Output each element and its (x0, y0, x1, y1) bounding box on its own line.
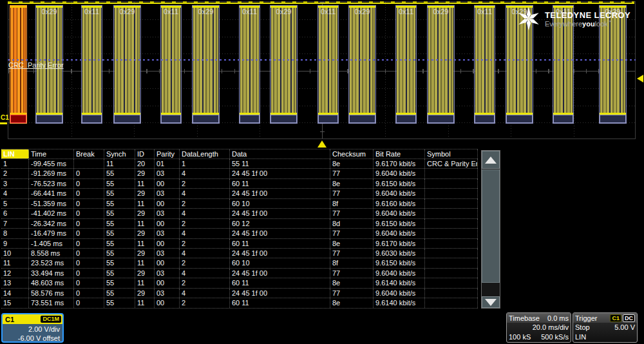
timebase-descriptor[interactable]: Timebase 0.0 ms 20.0 ms/div 100 kS 500 k… (506, 312, 571, 343)
decode-table-row[interactable]: 6-41.402 ms0552903424 45 1f 00779.6040 k… (1, 209, 478, 218)
table-cell: 24 45 1f 00 (230, 249, 330, 258)
timebase-scale: 20.0 ms/div (533, 323, 569, 332)
table-cell (425, 239, 478, 248)
channel-c1-descriptor[interactable]: C1 DC1M 2.00 V/div -6.00 V offset (1, 313, 64, 343)
table-cell: 8 (1, 229, 29, 238)
decode-table-row[interactable]: 9-1.405 ms0551100260 118e9.6170 kbit/s (1, 239, 478, 249)
table-cell: 24 45 1f 00 (230, 289, 330, 298)
decode-table-row[interactable]: 1233.494 ms0552903424 45 1f 00779.6040 k… (1, 269, 478, 278)
trigger-level-marker[interactable] (637, 75, 643, 82)
trigger-descriptor[interactable]: Trigger C1 DC Stop 5.00 V LIN (573, 312, 638, 343)
table-cell: 00 (155, 278, 180, 287)
table-cell: 55 (104, 258, 135, 267)
column-header: ID (135, 149, 155, 158)
table-cell: 0 (74, 169, 104, 178)
table-cell: 8e (330, 239, 374, 248)
table-cell (425, 199, 478, 208)
column-header: Time (29, 149, 74, 158)
table-cell: 24 45 1f 00 (230, 189, 330, 198)
decode-table-row[interactable]: 7-26.342 ms0551100260 128d9.6150 kbit/s (1, 219, 478, 229)
table-cell: 60 11 (230, 239, 330, 248)
table-cell: 9.6040 kbit/s (374, 209, 425, 218)
table-cell: 55 (104, 239, 135, 248)
decode-band (161, 115, 181, 123)
table-cell: 24 45 1f 00 (230, 269, 330, 278)
arrow-up-icon (485, 157, 497, 164)
table-cell: 60 11 (230, 179, 330, 188)
trigger-time-marker[interactable] (317, 140, 327, 148)
frame-id-label: 0x11 (161, 8, 181, 15)
frame-id-label: 0x11 (82, 8, 102, 15)
channel-c1-label: C1 (1, 114, 9, 121)
decode-table-row[interactable]: 1458.576 ms0552903424 45 1f 00779.6040 k… (1, 289, 478, 298)
column-header: Data (230, 149, 330, 158)
table-cell: 10 (1, 249, 29, 258)
decode-table-row[interactable]: 1573.551 ms0551100260 118e9.6140 kbit/s (1, 298, 478, 308)
table-cell: -91.269 ms (29, 169, 74, 178)
signal-high-edge (10, 6, 26, 8)
column-header: Symbol (425, 149, 478, 158)
decode-table-row[interactable]: 2-91.269 ms0552903424 45 1f 00779.6040 k… (1, 169, 478, 178)
table-cell: 2 (180, 179, 230, 188)
table-cell (425, 179, 478, 188)
table-cell: 55 (104, 209, 135, 218)
frame-id-label: 0x29 (114, 8, 140, 15)
table-cell: 15 (1, 298, 29, 307)
table-cell: 03 (155, 269, 180, 278)
table-cell (425, 278, 478, 287)
table-cell (425, 209, 478, 218)
channel-coupling-badge: DC1M (41, 316, 61, 323)
decode-table-row[interactable]: 3-76.523 ms0551100260 118e9.6150 kbit/s (1, 179, 478, 189)
table-cell (425, 169, 478, 178)
decode-table-row[interactable]: 1348.603 ms0551100260 118e9.6140 kbit/s (1, 278, 478, 288)
decode-table-row[interactable]: 8-16.479 ms0552903424 45 1f 00779.6040 k… (1, 229, 478, 238)
table-cell: 9.6030 kbit/s (374, 249, 425, 258)
decode-table-row[interactable]: 108.558 ms0552903424 45 1f 00779.6030 kb… (1, 249, 478, 258)
lin-frame-burst: 0x29 (427, 5, 455, 124)
table-cell: 2 (180, 199, 230, 208)
timebase-samples: 100 kS (509, 332, 541, 342)
table-cell: 0 (74, 258, 104, 267)
decode-band (506, 115, 533, 123)
table-cell: 9.6040 kbit/s (374, 289, 425, 298)
table-cell: 55 (104, 249, 135, 258)
table-cell: 2 (180, 278, 230, 287)
timebase-sampling-line: 100 kS 500 kS/s (507, 332, 571, 342)
scroll-down-button[interactable] (482, 296, 500, 308)
decode-band (270, 115, 297, 123)
decode-band (428, 115, 454, 123)
table-cell: 55 (104, 199, 135, 208)
table-cell: 29 (135, 229, 155, 238)
table-cell: 11 (135, 239, 155, 248)
table-cell: 0 (74, 298, 104, 307)
channel-offset-marker[interactable] (0, 122, 7, 124)
table-cell: 55 (104, 278, 135, 287)
table-cell: 00 (155, 298, 180, 307)
decode-table-row[interactable]: 5-51.359 ms0551100260 108f9.6160 kbit/s (1, 199, 478, 209)
scroll-up-button[interactable] (482, 151, 500, 169)
table-cell: 55 (104, 179, 135, 188)
table-cell (425, 298, 478, 307)
scrollbar-thumb[interactable] (482, 169, 500, 283)
table-cell: 4 (1, 189, 29, 198)
table-cell: 9.6140 kbit/s (374, 298, 425, 307)
table-cell: 7 (1, 219, 29, 228)
table-cell: 9.6160 kbit/s (374, 199, 425, 208)
table-cell: 0 (74, 239, 104, 248)
table-cell: 00 (155, 219, 180, 228)
decode-table-row[interactable]: 1123.523 ms0551100260 108f9.6150 kbit/s (1, 258, 478, 268)
table-cell: 8e (330, 179, 374, 188)
decode-table-row[interactable]: 4-66.441 ms0552903424 45 1f 00779.6040 k… (1, 189, 478, 198)
decode-band (553, 115, 573, 123)
table-cell: 4 (180, 249, 230, 258)
decode-table-row[interactable]: 1-99.455 ms112001155 118e9.6170 kbit/sCR… (1, 159, 478, 169)
frame-id-label: 0x11 (318, 8, 338, 15)
column-header: Checksum (330, 149, 374, 158)
table-scrollbar[interactable] (481, 150, 500, 309)
table-cell: 4 (180, 269, 230, 278)
table-cell: 55 (104, 298, 135, 307)
decode-band (36, 115, 62, 123)
lin-frame-burst: 0x11 (160, 5, 182, 124)
table-cell (74, 159, 104, 168)
table-cell: 9.6150 kbit/s (374, 179, 425, 188)
